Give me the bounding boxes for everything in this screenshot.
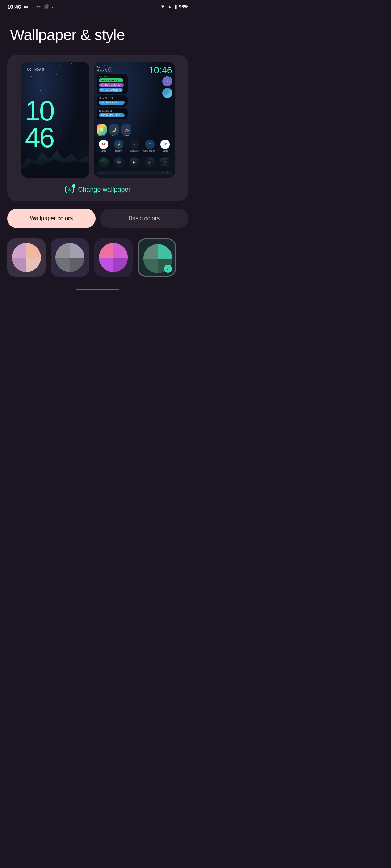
sound-icon: 🎵	[162, 88, 172, 98]
tab-wallpaper-colors-label: Wallpaper colors	[30, 215, 73, 221]
home-date-text: Tue Nov 8	[97, 65, 107, 73]
notification-icon-1: ▭	[24, 4, 28, 9]
notif-item-3: JKR Oil Change 1	[99, 88, 123, 92]
wifi-icon: ▼	[160, 4, 165, 9]
swatches-row: ✓	[0, 228, 196, 284]
moon-widget: 🌙 53°	[109, 124, 119, 137]
svg-point-13	[73, 89, 73, 89]
notif-header-1: Tue, Nov 8	[99, 75, 126, 77]
status-bar: 10:46 ▭ ~ 👓 🎬 • ▼ ▲ ▮ 96%	[0, 0, 196, 12]
traffic-widget: 🚗 Traffic	[121, 124, 131, 137]
mountain-svg	[21, 141, 89, 178]
swatch-3[interactable]	[94, 238, 133, 277]
swatch-3-art	[94, 238, 133, 277]
swatch-1-art	[7, 238, 46, 277]
svg-point-20	[144, 65, 144, 65]
home-date-label: Tue	[97, 65, 107, 69]
notification-card-3: Tue, Nov 15 JGC Ins Due 11/1...	[97, 108, 128, 119]
traffic-label: Traffic	[123, 135, 129, 137]
notification-icon-4: 🎬	[44, 4, 49, 9]
home-left-col: Tue Nov 8 + Tue, Nov 8 Get CarMax App...	[97, 65, 149, 121]
signal-icon: ▲	[167, 4, 172, 9]
notification-dot: •	[52, 5, 53, 9]
home-top-row: Tue Nov 8 + Tue, Nov 8 Get CarMax App...	[97, 65, 172, 121]
moon-icon: 🌙	[109, 124, 119, 135]
photos-icon: ✿	[97, 124, 107, 135]
notification-icon-2: ~	[30, 5, 33, 9]
lock-screen-preview: Tue, Nov 8 10 46	[21, 62, 89, 178]
swatch-2[interactable]	[51, 238, 89, 277]
tab-row: Wallpaper colors Basic colors	[7, 209, 188, 228]
svg-point-1	[38, 65, 39, 65]
now-playing-icon: ♪	[162, 76, 172, 86]
notif-item-5: JGC Ins Due 11/1...	[99, 113, 125, 117]
home-bar	[76, 289, 119, 290]
svg-point-7	[46, 80, 46, 80]
phones-row: Tue, Nov 8 10 46	[14, 62, 181, 178]
change-wallpaper-label: Change wallpaper	[78, 186, 130, 193]
wallpaper-button-icon: + 🖼	[65, 186, 74, 193]
home-screen-preview: Tue Nov 8 + Tue, Nov 8 Get CarMax App...	[94, 62, 175, 178]
status-right: ▼ ▲ ▮ 96%	[160, 4, 188, 9]
notification-card-1: Tue, Nov 8 Get CarMax App... Get Haircut…	[97, 74, 128, 94]
notification-card-2: Mon, Nov 14 JGC Ins Due 11/1...	[97, 95, 128, 107]
photos-label: Photos	[98, 135, 105, 137]
lock-screen-phone[interactable]: Tue, Nov 8 10 46	[21, 62, 89, 178]
svg-point-12	[53, 85, 53, 86]
svg-marker-25	[94, 157, 175, 178]
home-plus-btn[interactable]: +	[108, 67, 113, 72]
change-wallpaper-button[interactable]: + 🖼 Change wallpaper	[14, 178, 181, 201]
traffic-icon: 🚗	[121, 124, 131, 135]
notif-header-3: Tue, Nov 15	[99, 110, 126, 112]
tab-basic-colors[interactable]: Basic colors	[100, 209, 188, 228]
status-time: 10:46	[7, 4, 21, 10]
notif-item-4: JGC Ins Due 11/1...	[99, 101, 125, 105]
home-screen-phone[interactable]: Tue Nov 8 + Tue, Nov 8 Get CarMax App...	[94, 62, 175, 178]
tab-wallpaper-colors[interactable]: Wallpaper colors	[7, 209, 96, 228]
home-month-label: Nov 8	[97, 69, 107, 73]
lock-date: Tue, Nov 8	[25, 67, 85, 71]
home-time-display: 10:46	[148, 65, 172, 75]
check-icon: ✓	[166, 266, 170, 271]
moon-label: 53°	[112, 135, 115, 137]
status-left: 10:46 ▭ ~ 👓 🎬 •	[7, 4, 53, 10]
preview-card: Tue, Nov 8 10 46	[7, 55, 188, 201]
svg-point-9	[67, 78, 68, 78]
notif-date-1: Tue, Nov 8	[99, 75, 109, 77]
notif-header-2: Mon, Nov 14	[99, 97, 126, 99]
svg-point-8	[56, 75, 57, 75]
svg-point-10	[26, 87, 26, 88]
svg-point-6	[31, 76, 32, 77]
home-indicator	[0, 284, 196, 294]
notif-item-2: Get Haircut Appo...	[99, 83, 124, 87]
svg-point-14	[82, 84, 82, 84]
notification-icon-3: 👓	[36, 4, 41, 9]
page-title: Wallpaper & style	[0, 12, 196, 55]
home-date: Tue Nov 8 +	[97, 65, 149, 73]
swatch-1[interactable]	[7, 238, 46, 277]
svg-point-18	[119, 64, 119, 64]
lock-time-top: 10	[25, 97, 85, 124]
home-right-col: 10:46 ♪ 🎵	[148, 65, 172, 98]
swatch-2-art	[51, 238, 89, 277]
swatch-4[interactable]: ✓	[138, 238, 176, 277]
svg-point-4	[71, 63, 72, 64]
notif-item-1: Get CarMax App...	[99, 78, 123, 82]
widget-row: ✿ Photos 🌙 53° 🚗 Traffic	[97, 124, 172, 137]
tab-basic-colors-label: Basic colors	[129, 215, 160, 221]
home-mountain-svg	[94, 141, 175, 178]
photos-widget: ✿ Photos	[97, 124, 107, 137]
battery-percent: 96%	[179, 4, 188, 9]
svg-point-3	[60, 65, 60, 66]
svg-point-11	[40, 90, 41, 91]
battery-icon: ▮	[174, 4, 177, 9]
svg-point-5	[78, 73, 79, 73]
